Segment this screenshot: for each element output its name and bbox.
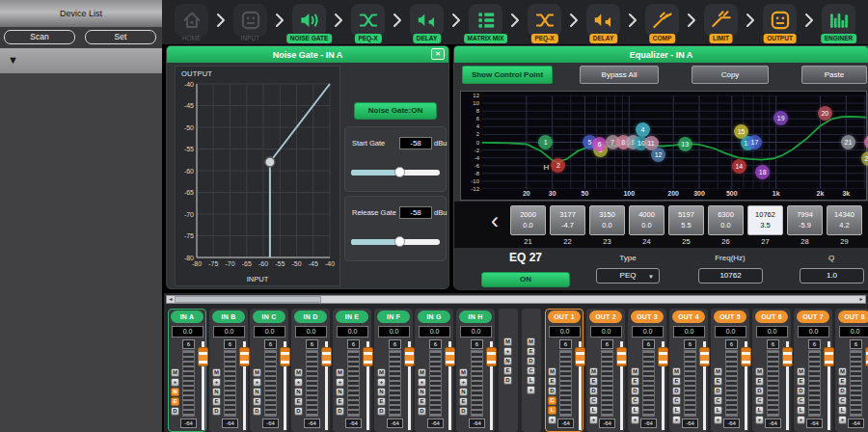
noise-gate-power-button[interactable]: Noise Gate:ON: [354, 102, 437, 120]
channel-fader[interactable]: [403, 339, 415, 432]
channel-value[interactable]: 0.0: [798, 326, 829, 338]
mixer-scrollbar[interactable]: ◄ ►: [166, 295, 866, 304]
channel-button-n[interactable]: N: [294, 388, 303, 396]
channel-button-c[interactable]: C: [755, 396, 764, 405]
channel-button-e[interactable]: E: [714, 377, 722, 386]
channel-button-m[interactable]: M: [459, 368, 468, 377]
channel-button-d[interactable]: D: [253, 407, 261, 416]
master-button-c[interactable]: C: [527, 366, 535, 375]
channel-button-l[interactable]: L: [714, 406, 722, 415]
channel-button-d[interactable]: D: [548, 387, 556, 395]
socket-icon[interactable]: [233, 4, 267, 37]
channel-fader[interactable]: [781, 339, 793, 432]
toolbar-item-input-1[interactable]: INPUT: [221, 0, 280, 44]
channel-button-c[interactable]: C: [838, 396, 847, 405]
speaker-icon[interactable]: [292, 4, 326, 37]
channel-fader[interactable]: [279, 339, 290, 432]
eqbars-icon[interactable]: [822, 4, 855, 37]
paste-button[interactable]: Paste: [801, 66, 867, 84]
channel-button-l[interactable]: L: [631, 406, 639, 415]
channel-button-l[interactable]: L: [797, 406, 805, 415]
channel-button-c[interactable]: C: [589, 396, 598, 405]
eq-band-scroll-left-icon[interactable]: ‹: [491, 207, 506, 236]
channel-button-d[interactable]: D: [589, 387, 598, 395]
set-button[interactable]: Set: [85, 30, 156, 44]
eq-point-21[interactable]: 21: [841, 135, 855, 149]
channel-value[interactable]: 0.0: [590, 326, 622, 338]
channel-fader[interactable]: [740, 339, 751, 432]
channel-value[interactable]: 0.0: [460, 326, 492, 338]
master-button-m[interactable]: M: [503, 338, 512, 346]
channel-fader[interactable]: [574, 339, 585, 432]
master-strip-2[interactable]: MEDCL+: [522, 309, 541, 432]
fader-handle[interactable]: [239, 347, 250, 366]
eq-point-22[interactable]: 22: [861, 151, 868, 166]
channel-fader[interactable]: [444, 339, 455, 432]
channel-value[interactable]: 0.0: [295, 326, 327, 338]
channel-fader[interactable]: [864, 339, 868, 432]
toolbar-item-peq-x-3[interactable]: PEQ-X: [339, 0, 397, 44]
eq-band-cell-23[interactable]: 31500.0: [589, 205, 625, 235]
toolbar-item-limit-9[interactable]: LIMIT: [692, 0, 750, 44]
copy-button[interactable]: Copy: [692, 66, 769, 84]
channel-fader[interactable]: [362, 339, 373, 432]
channel-button-e[interactable]: E: [631, 377, 639, 386]
toolbar-item-comp-8[interactable]: COMP: [633, 0, 692, 44]
channel-button-e[interactable]: E: [838, 377, 847, 386]
socket-icon[interactable]: [763, 4, 797, 37]
channel-button-d[interactable]: D: [459, 407, 468, 416]
channel-strip-out-6[interactable]: OUT 60.0MEDCL+6-64: [752, 309, 791, 432]
channel-strip-out-3[interactable]: OUT 30.0MEDCL+6-64: [628, 309, 666, 432]
channel-button-d[interactable]: D: [294, 407, 303, 416]
channel-button-e[interactable]: E: [377, 397, 386, 406]
channel-button-n[interactable]: N: [459, 388, 468, 396]
fader-handle[interactable]: [575, 347, 585, 366]
channel-button-d[interactable]: D: [171, 407, 179, 416]
release-gate-value[interactable]: -58: [399, 206, 432, 219]
fader-handle[interactable]: [616, 347, 627, 366]
toolbar-item-peq-x-6[interactable]: PEQ-X: [515, 0, 574, 44]
channel-strip-out-1[interactable]: OUT 10.0MEDCL+6-64: [545, 309, 583, 432]
channel-button-m[interactable]: M: [418, 368, 426, 377]
channel-fader[interactable]: [615, 339, 627, 432]
channel-button-plus[interactable]: +: [672, 416, 681, 424]
channel-button-plus[interactable]: +: [714, 416, 722, 424]
channel-button-m[interactable]: M: [672, 367, 681, 376]
peq-icon[interactable]: [351, 4, 385, 37]
home-icon[interactable]: [175, 4, 208, 37]
channel-button-n[interactable]: N: [171, 388, 179, 396]
channel-fader[interactable]: [238, 339, 250, 432]
eq-point-20[interactable]: 20: [818, 106, 832, 121]
channel-button-d[interactable]: D: [797, 387, 805, 395]
channel-button-c[interactable]: C: [797, 396, 805, 405]
channel-button-l[interactable]: L: [755, 406, 764, 415]
channel-value[interactable]: 0.0: [549, 326, 581, 338]
channel-button-n[interactable]: N: [377, 388, 386, 396]
channel-button-m[interactable]: M: [253, 368, 261, 377]
fader-handle[interactable]: [404, 347, 415, 366]
channel-button-d[interactable]: D: [212, 407, 221, 416]
channel-value[interactable]: 0.0: [254, 326, 285, 338]
limit-icon[interactable]: [704, 4, 738, 37]
eq-point-13[interactable]: 13: [678, 137, 692, 151]
channel-button-d[interactable]: D: [631, 387, 639, 395]
eq-on-button[interactable]: ON: [481, 272, 570, 287]
channel-button-plus[interactable]: +: [336, 378, 344, 387]
channel-button-m[interactable]: M: [377, 368, 386, 377]
eq-band-cell-22[interactable]: 3177-4.7: [550, 205, 585, 235]
scan-button[interactable]: Scan: [4, 30, 75, 44]
master-button-e[interactable]: E: [527, 347, 535, 356]
channel-button-plus[interactable]: +: [294, 378, 303, 387]
channel-strip-in-g[interactable]: IN G0.0M+NED6-64: [415, 309, 453, 432]
channel-button-plus[interactable]: +: [631, 416, 639, 424]
channel-button-e[interactable]: E: [755, 377, 764, 386]
peq-icon[interactable]: [528, 4, 561, 37]
channel-button-e[interactable]: E: [797, 377, 805, 386]
channel-strip-in-b[interactable]: IN B0.0M+NED6-64: [209, 309, 248, 432]
channel-value[interactable]: 0.0: [756, 326, 788, 338]
channel-button-n[interactable]: N: [418, 388, 426, 396]
master-button-d[interactable]: D: [503, 376, 512, 385]
channel-button-m[interactable]: M: [171, 368, 179, 377]
channel-button-l[interactable]: L: [838, 406, 847, 415]
channel-button-plus[interactable]: +: [171, 378, 179, 387]
